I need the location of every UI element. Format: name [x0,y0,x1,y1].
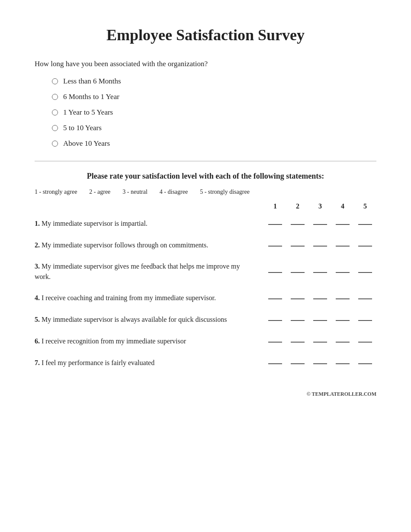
line-mark-1-2 [291,246,305,247]
statement-text-1: 2. My immediate supervisor follows throu… [35,234,264,256]
rating-cell-0-5[interactable] [354,213,376,234]
rating-cell-0-3[interactable] [309,213,331,234]
rating-cell-6-3[interactable] [309,352,331,374]
legend-item-4: 5 - strongly disagree [200,189,250,195]
legend-item-2: 3 - neutral [122,189,148,195]
rating-cell-2-3[interactable] [309,256,331,287]
radio-circle-2 [52,109,58,115]
rating-cell-1-3[interactable] [309,234,331,256]
rating-cell-5-1[interactable] [264,330,286,352]
table-row: 4. I receive coaching and training from … [35,287,376,309]
rating-cell-4-5[interactable] [354,309,376,330]
line-mark-5-4 [336,342,350,343]
footer-text: © TEMPLATEROLLER.COM [307,391,376,397]
statement-num-0: 1. [35,220,40,227]
rating-cell-2-4[interactable] [331,256,354,287]
rating-cell-2-5[interactable] [354,256,376,287]
rating-cell-0-2[interactable] [286,213,309,234]
rating-cell-1-5[interactable] [354,234,376,256]
line-mark-2-4 [336,272,350,273]
radio-option-0[interactable]: Less than 6 Months [52,77,376,86]
table-row: 2. My immediate supervisor follows throu… [35,234,376,256]
rating-cell-2-1[interactable] [264,256,286,287]
line-mark-0-2 [291,224,305,225]
line-mark-4-1 [268,320,282,321]
rating-cell-5-3[interactable] [309,330,331,352]
rating-cell-0-1[interactable] [264,213,286,234]
line-mark-0-5 [358,224,372,225]
rating-cell-4-4[interactable] [331,309,354,330]
rating-cell-3-4[interactable] [331,287,354,309]
statement-text-4: 5. My immediate supervisor is always ava… [35,309,264,330]
rating-cell-4-1[interactable] [264,309,286,330]
line-mark-0-4 [336,224,350,225]
line-mark-4-3 [313,320,327,321]
line-mark-0-3 [313,224,327,225]
scale-header-3: 3 [309,200,331,213]
line-mark-5-2 [291,342,305,343]
scale-legend: 1 - strongly agree2 - agree3 - neutral4 … [35,189,376,195]
line-mark-6-4 [336,363,350,364]
radio-circle-4 [52,141,58,147]
line-mark-6-5 [358,363,372,364]
rating-cell-5-2[interactable] [286,330,309,352]
rating-cell-3-2[interactable] [286,287,309,309]
line-mark-1-3 [313,246,327,247]
scale-header-1: 1 [264,200,286,213]
rating-cell-3-3[interactable] [309,287,331,309]
page-title: Employee Satisfaction Survey [35,26,376,44]
line-mark-2-3 [313,272,327,273]
line-mark-6-3 [313,363,327,364]
radio-label-0: Less than 6 Months [63,77,121,86]
line-mark-3-2 [291,298,305,299]
radio-option-4[interactable]: Above 10 Years [52,139,376,148]
rating-cell-6-2[interactable] [286,352,309,374]
rating-cell-0-4[interactable] [331,213,354,234]
table-row: 7. I feel my performance is fairly evalu… [35,352,376,374]
statement-text-5: 6. I receive recognition from my immedia… [35,330,264,352]
intro-question: How long have you been associated with t… [35,60,376,68]
scale-header-4: 4 [331,200,354,213]
rating-cell-4-3[interactable] [309,309,331,330]
table-row: 5. My immediate supervisor is always ava… [35,309,376,330]
radio-circle-3 [52,125,58,131]
rating-cell-5-4[interactable] [331,330,354,352]
statement-text-6: 7. I feel my performance is fairly evalu… [35,352,264,374]
rating-cell-3-5[interactable] [354,287,376,309]
rating-cell-6-1[interactable] [264,352,286,374]
radio-label-1: 6 Months to 1 Year [63,93,119,101]
section-divider [35,161,376,161]
legend-item-1: 2 - agree [89,189,110,195]
scale-header-5: 5 [354,200,376,213]
scale-header-2: 2 [286,200,309,213]
rating-cell-6-4[interactable] [331,352,354,374]
line-mark-1-4 [336,246,350,247]
line-mark-2-1 [268,272,282,273]
rating-cell-1-2[interactable] [286,234,309,256]
radio-option-3[interactable]: 5 to 10 Years [52,124,376,132]
radio-option-2[interactable]: 1 Year to 5 Years [52,108,376,117]
rating-cell-6-5[interactable] [354,352,376,374]
line-mark-2-2 [291,272,305,273]
rating-table: 1 2 3 4 5 1. My immediate supervisor is … [35,200,376,374]
legend-item-0: 1 - strongly agree [35,189,77,195]
rating-cell-4-2[interactable] [286,309,309,330]
statement-num-2: 3. [35,263,40,270]
line-mark-2-5 [358,272,372,273]
statement-num-3: 4. [35,294,40,301]
line-mark-5-3 [313,342,327,343]
table-row: 1. My immediate supervisor is impartial. [35,213,376,234]
rating-cell-1-4[interactable] [331,234,354,256]
radio-option-1[interactable]: 6 Months to 1 Year [52,93,376,101]
statement-num-4: 5. [35,316,40,323]
rating-cell-5-5[interactable] [354,330,376,352]
statement-text-3: 4. I receive coaching and training from … [35,287,264,309]
rating-cell-2-2[interactable] [286,256,309,287]
line-mark-3-1 [268,298,282,299]
line-mark-3-4 [336,298,350,299]
line-mark-4-5 [358,320,372,321]
radio-options-list: Less than 6 Months6 Months to 1 Year1 Ye… [52,77,376,148]
rating-cell-1-1[interactable] [264,234,286,256]
rating-cell-3-1[interactable] [264,287,286,309]
legend-item-3: 4 - disagree [160,189,188,195]
